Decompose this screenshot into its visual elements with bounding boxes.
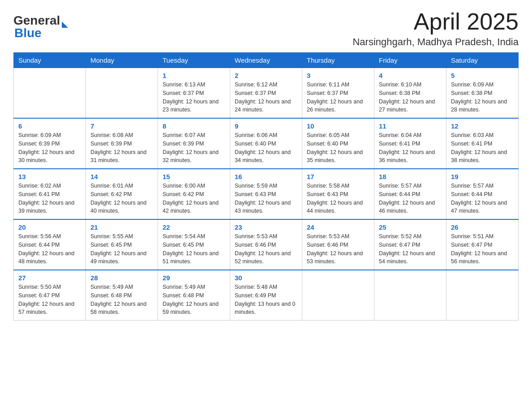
day-info: Sunrise: 5:53 AMSunset: 6:46 PMDaylight:… bbox=[307, 232, 369, 266]
calendar-cell: 1Sunrise: 6:13 AMSunset: 6:37 PMDaylight… bbox=[158, 68, 230, 119]
weekday-header-wednesday: Wednesday bbox=[230, 53, 302, 68]
day-info: Sunrise: 6:08 AMSunset: 6:39 PMDaylight:… bbox=[90, 131, 153, 165]
day-number: 8 bbox=[163, 122, 225, 130]
calendar-cell: 18Sunrise: 5:57 AMSunset: 6:44 PMDayligh… bbox=[374, 169, 446, 219]
weekday-header-tuesday: Tuesday bbox=[158, 53, 230, 68]
logo: General Blue bbox=[13, 13, 68, 40]
day-number: 13 bbox=[18, 173, 81, 180]
calendar-week-row: 13Sunrise: 6:02 AMSunset: 6:41 PMDayligh… bbox=[14, 169, 519, 219]
day-info: Sunrise: 6:10 AMSunset: 6:38 PMDaylight:… bbox=[379, 81, 442, 114]
calendar-cell: 3Sunrise: 6:11 AMSunset: 6:37 PMDaylight… bbox=[302, 68, 374, 119]
calendar-cell: 29Sunrise: 5:49 AMSunset: 6:48 PMDayligh… bbox=[158, 270, 230, 321]
day-info: Sunrise: 5:50 AMSunset: 6:47 PMDaylight:… bbox=[18, 283, 81, 317]
title-area: April 2025 Narsinghgarh, Madhya Pradesh,… bbox=[352, 9, 519, 48]
logo-blue-text: Blue bbox=[14, 26, 42, 40]
calendar-cell: 4Sunrise: 6:10 AMSunset: 6:38 PMDaylight… bbox=[374, 68, 446, 119]
weekday-header-sunday: Sunday bbox=[14, 53, 86, 68]
calendar-cell bbox=[14, 68, 86, 119]
day-info: Sunrise: 5:57 AMSunset: 6:44 PMDaylight:… bbox=[379, 182, 442, 215]
calendar-week-row: 1Sunrise: 6:13 AMSunset: 6:37 PMDaylight… bbox=[14, 68, 519, 119]
calendar-cell: 21Sunrise: 5:55 AMSunset: 6:45 PMDayligh… bbox=[86, 219, 158, 270]
calendar-cell: 23Sunrise: 5:53 AMSunset: 6:46 PMDayligh… bbox=[230, 219, 302, 270]
day-number: 2 bbox=[235, 72, 297, 79]
day-number: 23 bbox=[235, 223, 297, 231]
day-info: Sunrise: 5:48 AMSunset: 6:49 PMDaylight:… bbox=[235, 283, 297, 317]
day-number: 14 bbox=[90, 173, 153, 180]
day-info: Sunrise: 6:02 AMSunset: 6:41 PMDaylight:… bbox=[18, 182, 81, 215]
calendar-cell bbox=[374, 270, 446, 321]
day-info: Sunrise: 6:04 AMSunset: 6:41 PMDaylight:… bbox=[379, 131, 442, 165]
day-number: 5 bbox=[451, 72, 514, 79]
calendar-cell: 27Sunrise: 5:50 AMSunset: 6:47 PMDayligh… bbox=[14, 270, 86, 321]
day-number: 1 bbox=[163, 72, 225, 79]
day-info: Sunrise: 6:03 AMSunset: 6:41 PMDaylight:… bbox=[451, 131, 514, 165]
calendar-cell: 11Sunrise: 6:04 AMSunset: 6:41 PMDayligh… bbox=[374, 118, 446, 169]
weekday-header-row: SundayMondayTuesdayWednesdayThursdayFrid… bbox=[14, 53, 519, 68]
page-header: General Blue April 2025 Narsinghgarh, Ma… bbox=[13, 9, 519, 48]
day-info: Sunrise: 5:57 AMSunset: 6:44 PMDaylight:… bbox=[451, 182, 514, 215]
day-info: Sunrise: 5:55 AMSunset: 6:45 PMDaylight:… bbox=[90, 232, 153, 266]
calendar-cell: 26Sunrise: 5:51 AMSunset: 6:47 PMDayligh… bbox=[446, 219, 519, 270]
calendar-cell: 14Sunrise: 6:01 AMSunset: 6:42 PMDayligh… bbox=[86, 169, 158, 219]
weekday-header-friday: Friday bbox=[374, 53, 446, 68]
calendar-cell: 17Sunrise: 5:58 AMSunset: 6:43 PMDayligh… bbox=[302, 169, 374, 219]
day-info: Sunrise: 5:53 AMSunset: 6:46 PMDaylight:… bbox=[235, 232, 297, 266]
calendar-cell: 5Sunrise: 6:09 AMSunset: 6:38 PMDaylight… bbox=[446, 68, 519, 119]
day-number: 11 bbox=[379, 122, 442, 130]
day-info: Sunrise: 6:12 AMSunset: 6:37 PMDaylight:… bbox=[235, 81, 297, 114]
calendar-table: SundayMondayTuesdayWednesdayThursdayFrid… bbox=[13, 52, 519, 321]
day-info: Sunrise: 5:56 AMSunset: 6:44 PMDaylight:… bbox=[18, 232, 81, 266]
day-number: 30 bbox=[235, 274, 297, 282]
day-number: 9 bbox=[235, 122, 297, 130]
day-number: 29 bbox=[163, 274, 225, 282]
calendar-week-row: 27Sunrise: 5:50 AMSunset: 6:47 PMDayligh… bbox=[14, 270, 519, 321]
calendar-week-row: 20Sunrise: 5:56 AMSunset: 6:44 PMDayligh… bbox=[14, 219, 519, 270]
day-number: 17 bbox=[307, 173, 369, 180]
day-info: Sunrise: 5:58 AMSunset: 6:43 PMDaylight:… bbox=[307, 182, 369, 215]
day-number: 16 bbox=[235, 173, 297, 180]
day-number: 15 bbox=[163, 173, 225, 180]
day-info: Sunrise: 6:13 AMSunset: 6:37 PMDaylight:… bbox=[163, 81, 225, 114]
calendar-cell: 16Sunrise: 5:59 AMSunset: 6:43 PMDayligh… bbox=[230, 169, 302, 219]
calendar-cell bbox=[86, 68, 158, 119]
day-number: 18 bbox=[379, 173, 442, 180]
calendar-cell: 8Sunrise: 6:07 AMSunset: 6:39 PMDaylight… bbox=[158, 118, 230, 169]
day-info: Sunrise: 6:09 AMSunset: 6:39 PMDaylight:… bbox=[18, 131, 81, 165]
day-number: 12 bbox=[451, 122, 514, 130]
calendar-cell: 28Sunrise: 5:49 AMSunset: 6:48 PMDayligh… bbox=[86, 270, 158, 321]
day-info: Sunrise: 6:00 AMSunset: 6:42 PMDaylight:… bbox=[163, 182, 225, 215]
day-number: 25 bbox=[379, 223, 442, 231]
day-info: Sunrise: 6:06 AMSunset: 6:40 PMDaylight:… bbox=[235, 131, 297, 165]
day-number: 3 bbox=[307, 72, 369, 79]
day-info: Sunrise: 5:49 AMSunset: 6:48 PMDaylight:… bbox=[90, 283, 153, 317]
day-info: Sunrise: 6:05 AMSunset: 6:40 PMDaylight:… bbox=[307, 131, 369, 165]
calendar-cell: 20Sunrise: 5:56 AMSunset: 6:44 PMDayligh… bbox=[14, 219, 86, 270]
day-number: 7 bbox=[90, 122, 153, 130]
day-info: Sunrise: 5:52 AMSunset: 6:47 PMDaylight:… bbox=[379, 232, 442, 266]
day-number: 24 bbox=[307, 223, 369, 231]
day-number: 26 bbox=[451, 223, 514, 231]
calendar-cell: 15Sunrise: 6:00 AMSunset: 6:42 PMDayligh… bbox=[158, 169, 230, 219]
logo-content: General Blue bbox=[13, 13, 68, 40]
calendar-cell: 22Sunrise: 5:54 AMSunset: 6:45 PMDayligh… bbox=[158, 219, 230, 270]
calendar-cell: 24Sunrise: 5:53 AMSunset: 6:46 PMDayligh… bbox=[302, 219, 374, 270]
day-number: 19 bbox=[451, 173, 514, 180]
day-number: 10 bbox=[307, 122, 369, 130]
day-number: 20 bbox=[18, 223, 81, 231]
day-number: 27 bbox=[18, 274, 81, 282]
day-info: Sunrise: 5:51 AMSunset: 6:47 PMDaylight:… bbox=[451, 232, 514, 266]
calendar-cell: 30Sunrise: 5:48 AMSunset: 6:49 PMDayligh… bbox=[230, 270, 302, 321]
logo-triangle-icon bbox=[62, 21, 68, 28]
day-info: Sunrise: 5:59 AMSunset: 6:43 PMDaylight:… bbox=[235, 182, 297, 215]
day-info: Sunrise: 6:07 AMSunset: 6:39 PMDaylight:… bbox=[163, 131, 225, 165]
day-info: Sunrise: 5:54 AMSunset: 6:45 PMDaylight:… bbox=[163, 232, 225, 266]
day-number: 28 bbox=[90, 274, 153, 282]
day-info: Sunrise: 6:09 AMSunset: 6:38 PMDaylight:… bbox=[451, 81, 514, 114]
day-number: 22 bbox=[163, 223, 225, 231]
calendar-cell: 9Sunrise: 6:06 AMSunset: 6:40 PMDaylight… bbox=[230, 118, 302, 169]
weekday-header-monday: Monday bbox=[86, 53, 158, 68]
calendar-cell: 19Sunrise: 5:57 AMSunset: 6:44 PMDayligh… bbox=[446, 169, 519, 219]
calendar-cell: 12Sunrise: 6:03 AMSunset: 6:41 PMDayligh… bbox=[446, 118, 519, 169]
calendar-cell: 25Sunrise: 5:52 AMSunset: 6:47 PMDayligh… bbox=[374, 219, 446, 270]
calendar-cell bbox=[446, 270, 519, 321]
